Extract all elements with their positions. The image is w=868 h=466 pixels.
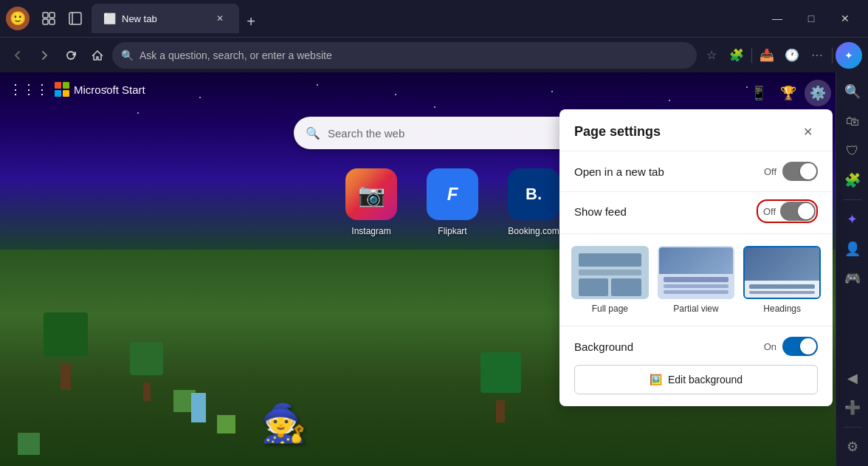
extensions-button[interactable]: 🧩 [725,44,748,67]
favorites-button[interactable]: ☆ [700,44,723,67]
sidebar-icon-puzzle[interactable]: 🧩 [839,167,866,193]
trophy-icon[interactable]: 🏆 [775,80,802,106]
partial-thumb [658,246,735,299]
background-row: Background On [574,337,818,356]
copilot-button[interactable]: ✦ [836,42,862,69]
sidebar-icon-shield[interactable]: 🛡 [839,137,866,164]
sidebar-icon-search[interactable]: 🔍 [839,78,866,105]
full-page-thumb [571,246,649,299]
ms-logo-red [55,82,61,89]
partial-view-label: Partial view [673,304,718,314]
instagram-label: Instagram [351,226,390,236]
avatar[interactable]: 🙂 [6,7,30,30]
booking-icon: B. [508,168,559,220]
full-page-label: Full page [592,304,628,314]
window-controls: — □ ✕ [760,5,862,32]
settings-button[interactable]: ⋯ [805,44,829,67]
sidebar-icon-settings-bottom[interactable]: ⚙ [839,434,866,460]
page-search-icon: 🔍 [306,126,320,140]
feed-view-partial[interactable]: Partial view [658,246,735,314]
svg-rect-1 [49,13,55,18]
new-tab-button[interactable]: + [239,10,263,33]
close-button[interactable]: ✕ [828,5,862,32]
show-feed-state: Off [759,206,776,217]
tab-label: New tab [122,13,157,24]
maximize-button[interactable]: □ [794,5,828,32]
tab-close-button[interactable]: ✕ [213,11,227,26]
feed-views: Full page Partial view [559,234,833,326]
sidebar-icon-bag[interactable]: 🛍 [839,108,866,134]
forward-button[interactable] [32,44,56,67]
tab-icon: ⬜ [103,13,116,24]
back-button[interactable] [6,44,30,67]
tree-2 [130,349,163,401]
title-bar: 🙂 ⬜ New tab ✕ + — □ ✕ [0,0,868,37]
phone-icon[interactable]: 📱 [745,80,772,106]
open-new-tab-toggle[interactable] [782,162,818,181]
collections-button[interactable] [35,5,62,32]
background-toggle[interactable] [782,337,818,356]
background-state: On [764,341,776,352]
show-feed-toggle-wrapper[interactable]: Off [757,199,818,223]
flipkart-label: Flipkart [438,226,466,236]
show-feed-toggle[interactable] [780,202,816,221]
open-new-tab-toggle-right: Off [764,162,818,181]
show-feed-row: Show feed Off [559,192,833,234]
headings-label: Headings [763,304,801,314]
background-section: Background On 🖼️ Edit background [559,326,833,394]
minimize-button[interactable]: — [760,5,794,32]
sidebar-icon-person[interactable]: 👤 [839,236,866,262]
nav-divider [751,48,752,63]
svg-rect-4 [69,13,81,24]
sidebar-divider-2 [844,427,861,428]
tree-1 [44,320,88,390]
svg-rect-3 [49,19,55,24]
ms-logo-green [63,82,69,89]
panel-close-button[interactable]: ✕ [797,121,818,142]
address-bar[interactable]: 🔍 Ask a question, search, or enter a web… [112,42,697,69]
nav-right-buttons: ☆ 🧩 📥 🕐 ⋯ ✦ [700,42,862,69]
panel-header: Page settings ✕ [559,109,833,151]
downloads-button[interactable]: 📥 [755,44,779,67]
edit-background-button[interactable]: 🖼️ Edit background [574,365,818,394]
ms-logo-blue [55,90,61,97]
feed-view-full-page[interactable]: Full page [571,246,649,314]
show-feed-label: Show feed [574,205,627,218]
mc-block-2 [217,415,235,434]
sidebar-divider-1 [844,199,861,200]
headings-thumb [743,246,821,299]
booking-label: Booking.com [508,226,559,236]
instagram-icon: 📷 [345,168,397,220]
apps-grid-icon[interactable]: ⋮⋮⋮ [9,81,49,97]
active-tab[interactable]: ⬜ New tab ✕ [92,4,239,33]
page-settings-panel: Page settings ✕ Open in a new tab Off Sh… [559,109,833,406]
ms-start-logo: Microsoft Start [55,82,145,97]
refresh-button[interactable] [59,44,83,67]
nav-divider-2 [832,48,833,63]
edit-bg-icon: 🖼️ [650,374,662,386]
ms-start-title: Microsoft Start [74,83,145,96]
right-sidebar: 🔍 🛍 🛡 🧩 ✦ 👤 🎮 ◀ ➕ ⚙ [836,72,868,466]
open-new-tab-row: Open in a new tab Off [559,151,833,192]
feed-view-headings[interactable]: Headings [743,246,821,314]
app-flipkart[interactable]: F Flipkart [427,168,478,236]
app-booking[interactable]: B. Booking.com [508,168,559,236]
history-button[interactable]: 🕐 [780,44,804,67]
mc-block-1 [18,433,40,455]
sidebar-icon-add[interactable]: ➕ [839,394,866,421]
background-label: Background [574,340,633,353]
page-settings-icon[interactable]: ⚙️ [805,80,831,106]
tab-area: ⬜ New tab ✕ + [92,4,757,33]
home-button[interactable] [86,44,109,67]
sidebar-icon-copilot[interactable]: ✦ [839,206,866,233]
background-toggle-right: On [764,337,818,356]
app-instagram[interactable]: 📷 Instagram [345,168,397,236]
sidebar-icon-games[interactable]: 🎮 [839,265,866,292]
page-search-bar[interactable]: 🔍 Search the web [294,117,574,149]
sidebar-icon-collapse[interactable]: ◀ [839,365,866,391]
toggle-knob [800,163,816,179]
tree-3 [480,360,521,422]
open-new-tab-state: Off [764,166,776,177]
flipkart-icon: F [427,168,478,220]
vertical-tabs-button[interactable] [62,5,89,32]
